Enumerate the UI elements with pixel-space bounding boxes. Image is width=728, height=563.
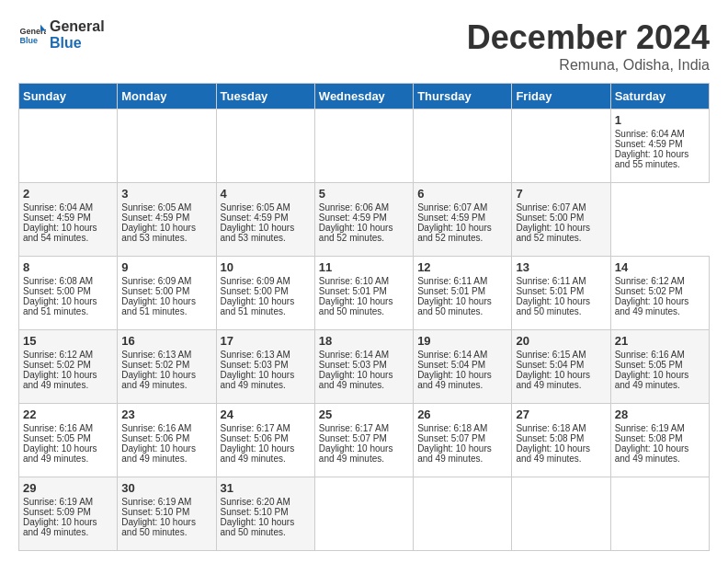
day-cell-18: 18Sunrise: 6:14 AMSunset: 5:03 PMDayligh… — [314, 330, 413, 404]
day-number: 9 — [121, 260, 211, 274]
day-number: 12 — [417, 260, 507, 274]
day-cell-27: 27Sunrise: 6:18 AMSunset: 5:08 PMDayligh… — [512, 404, 610, 477]
day-cell-20: 20Sunrise: 6:15 AMSunset: 5:04 PMDayligh… — [512, 330, 610, 404]
day-number: 28 — [615, 408, 705, 421]
day-cell-10: 10Sunrise: 6:09 AMSunset: 5:00 PMDayligh… — [216, 257, 314, 330]
empty-cell — [414, 109, 512, 183]
empty-cell — [118, 109, 216, 183]
day-number: 2 — [23, 187, 113, 201]
location: Remuna, Odisha, India — [467, 57, 710, 74]
day-number: 27 — [516, 408, 606, 421]
day-number: 23 — [121, 408, 211, 421]
day-cell-2: 2Sunrise: 6:04 AMSunset: 4:59 PMDaylight… — [19, 183, 118, 257]
day-cell-16: 16Sunrise: 6:13 AMSunset: 5:02 PMDayligh… — [118, 330, 216, 404]
day-number: 31 — [221, 481, 311, 495]
day-cell-14: 14Sunrise: 6:12 AMSunset: 5:02 PMDayligh… — [610, 257, 709, 330]
week-row-3: 8Sunrise: 6:08 AMSunset: 5:00 PMDaylight… — [19, 257, 710, 330]
day-number: 15 — [23, 334, 113, 348]
day-number: 30 — [121, 481, 211, 495]
day-number: 1 — [615, 113, 705, 127]
day-cell-8: 8Sunrise: 6:08 AMSunset: 5:00 PMDaylight… — [19, 257, 118, 330]
day-cell-23: 23Sunrise: 6:16 AMSunset: 5:06 PMDayligh… — [118, 404, 216, 477]
day-cell-5: 5Sunrise: 6:06 AMSunset: 4:59 PMDaylight… — [314, 183, 413, 257]
header-sunday: Sunday — [19, 84, 118, 109]
day-number: 22 — [23, 408, 113, 421]
header-friday: Friday — [512, 84, 610, 109]
day-cell-11: 11Sunrise: 6:10 AMSunset: 5:01 PMDayligh… — [314, 257, 413, 330]
week-row-6: 29Sunrise: 6:19 AMSunset: 5:09 PMDayligh… — [19, 477, 710, 551]
day-cell-12: 12Sunrise: 6:11 AMSunset: 5:01 PMDayligh… — [414, 257, 512, 330]
title-area: December 2024 Remuna, Odisha, India — [467, 18, 710, 74]
day-cell-26: 26Sunrise: 6:18 AMSunset: 5:07 PMDayligh… — [414, 404, 512, 477]
day-cell-19: 19Sunrise: 6:14 AMSunset: 5:04 PMDayligh… — [414, 330, 512, 404]
day-cell-1: 1Sunrise: 6:04 AMSunset: 4:59 PMDaylight… — [610, 109, 709, 183]
header: General Blue General Blue December 2024 … — [18, 18, 710, 74]
day-number: 8 — [23, 260, 113, 274]
day-cell-25: 25Sunrise: 6:17 AMSunset: 5:07 PMDayligh… — [314, 404, 413, 477]
month-title: December 2024 — [467, 18, 710, 57]
header-monday: Monday — [118, 84, 216, 109]
week-row-4: 15Sunrise: 6:12 AMSunset: 5:02 PMDayligh… — [19, 330, 710, 404]
day-cell-15: 15Sunrise: 6:12 AMSunset: 5:02 PMDayligh… — [19, 330, 118, 404]
day-cell-28: 28Sunrise: 6:19 AMSunset: 5:08 PMDayligh… — [610, 404, 709, 477]
day-cell-31: 31Sunrise: 6:20 AMSunset: 5:10 PMDayligh… — [216, 477, 314, 551]
day-number: 14 — [615, 260, 705, 274]
day-number: 5 — [319, 187, 409, 201]
day-cell-29: 29Sunrise: 6:19 AMSunset: 5:09 PMDayligh… — [19, 477, 118, 551]
day-number: 6 — [417, 187, 507, 201]
logo-text-general: General — [50, 18, 105, 35]
empty-cell — [19, 109, 118, 183]
day-cell-21: 21Sunrise: 6:16 AMSunset: 5:05 PMDayligh… — [610, 330, 709, 404]
day-cell-24: 24Sunrise: 6:17 AMSunset: 5:06 PMDayligh… — [216, 404, 314, 477]
day-number: 18 — [319, 334, 409, 348]
day-number: 7 — [516, 187, 606, 201]
day-cell-4: 4Sunrise: 6:05 AMSunset: 4:59 PMDaylight… — [216, 183, 314, 257]
week-row-5: 22Sunrise: 6:16 AMSunset: 5:05 PMDayligh… — [19, 404, 710, 477]
svg-text:Blue: Blue — [20, 36, 39, 45]
logo-icon: General Blue — [18, 21, 46, 49]
day-cell-3: 3Sunrise: 6:05 AMSunset: 4:59 PMDaylight… — [118, 183, 216, 257]
day-number: 20 — [516, 334, 606, 348]
empty-cell — [610, 477, 709, 551]
day-cell-7: 7Sunrise: 6:07 AMSunset: 5:00 PMDaylight… — [512, 183, 610, 257]
header-wednesday: Wednesday — [314, 84, 413, 109]
day-number: 13 — [516, 260, 606, 274]
day-number: 11 — [319, 260, 409, 274]
day-number: 19 — [417, 334, 507, 348]
day-number: 16 — [121, 334, 211, 348]
day-number: 4 — [221, 187, 311, 201]
empty-cell — [314, 477, 413, 551]
day-cell-6: 6Sunrise: 6:07 AMSunset: 4:59 PMDaylight… — [414, 183, 512, 257]
day-cell-17: 17Sunrise: 6:13 AMSunset: 5:03 PMDayligh… — [216, 330, 314, 404]
day-cell-13: 13Sunrise: 6:11 AMSunset: 5:01 PMDayligh… — [512, 257, 610, 330]
day-number: 25 — [319, 408, 409, 421]
empty-cell — [512, 109, 610, 183]
week-row-2: 2Sunrise: 6:04 AMSunset: 4:59 PMDaylight… — [19, 183, 710, 257]
day-cell-22: 22Sunrise: 6:16 AMSunset: 5:05 PMDayligh… — [19, 404, 118, 477]
day-number: 29 — [23, 481, 113, 495]
header-thursday: Thursday — [414, 84, 512, 109]
empty-cell — [314, 109, 413, 183]
day-number: 21 — [615, 334, 705, 348]
calendar-header-row: SundayMondayTuesdayWednesdayThursdayFrid… — [19, 84, 710, 109]
day-number: 10 — [221, 260, 311, 274]
header-tuesday: Tuesday — [216, 84, 314, 109]
logo-text-blue: Blue — [50, 35, 105, 52]
day-number: 24 — [221, 408, 311, 421]
day-number: 3 — [121, 187, 211, 201]
empty-cell — [216, 109, 314, 183]
empty-cell — [512, 477, 610, 551]
day-number: 17 — [221, 334, 311, 348]
day-cell-9: 9Sunrise: 6:09 AMSunset: 5:00 PMDaylight… — [118, 257, 216, 330]
week-row-1: 1Sunrise: 6:04 AMSunset: 4:59 PMDaylight… — [19, 109, 710, 183]
logo: General Blue General Blue — [18, 18, 105, 51]
day-cell-30: 30Sunrise: 6:19 AMSunset: 5:10 PMDayligh… — [118, 477, 216, 551]
day-number: 26 — [417, 408, 507, 421]
calendar-table: SundayMondayTuesdayWednesdayThursdayFrid… — [18, 83, 710, 551]
empty-cell — [414, 477, 512, 551]
header-saturday: Saturday — [610, 84, 709, 109]
